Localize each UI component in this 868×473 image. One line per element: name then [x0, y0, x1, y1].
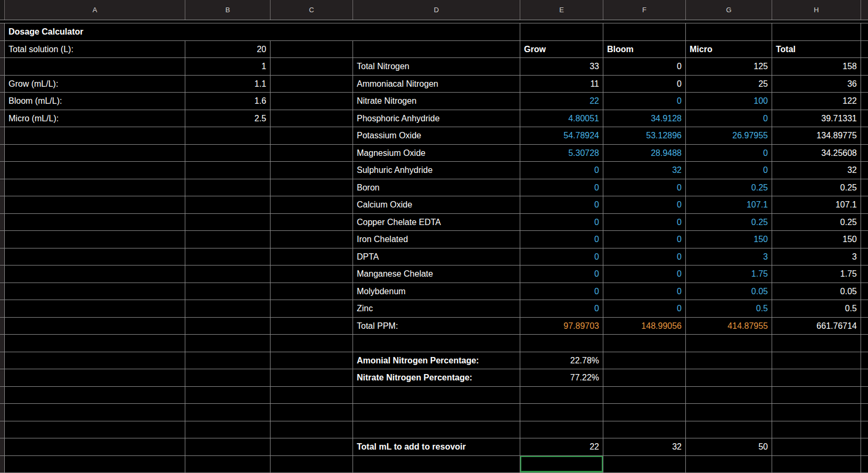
cell-B4[interactable]: 1.1: [185, 76, 271, 93]
cell-D24[interactable]: [353, 421, 520, 438]
cell-A3[interactable]: [5, 58, 185, 75]
row-header-4[interactable]: [0, 76, 5, 93]
cell-E1[interactable]: [520, 23, 603, 40]
cell-G25[interactable]: 50: [686, 438, 772, 455]
cell-A2[interactable]: Total solution (L):: [5, 41, 185, 58]
cell-E2[interactable]: Grow: [520, 41, 603, 58]
cell-F20[interactable]: [603, 352, 686, 369]
cell-H18[interactable]: 661.76714: [772, 318, 861, 335]
cell-I25[interactable]: [861, 438, 868, 455]
cell-E13[interactable]: 0: [520, 231, 603, 248]
cell-C14[interactable]: [271, 248, 353, 265]
cell-A18[interactable]: [5, 318, 185, 335]
column-header-h[interactable]: H: [772, 0, 861, 20]
cell-D26[interactable]: [353, 456, 520, 473]
cell-I16[interactable]: [861, 283, 868, 300]
row-header-2[interactable]: [0, 41, 5, 58]
cell-E20[interactable]: 22.78%: [520, 352, 603, 369]
cell-E8[interactable]: 5.30728: [520, 145, 603, 162]
cell-H25[interactable]: [772, 438, 861, 455]
cell-I7[interactable]: [861, 127, 868, 144]
cell-B21[interactable]: [185, 369, 271, 386]
cell-A9[interactable]: [5, 162, 185, 179]
cell-I19[interactable]: [861, 335, 868, 352]
cell-B10[interactable]: [185, 179, 271, 196]
cell-F8[interactable]: 28.9488: [603, 145, 686, 162]
cell-A26[interactable]: [5, 456, 185, 473]
cell-B22[interactable]: [185, 387, 271, 404]
row-header-26[interactable]: [0, 456, 5, 473]
cell-I2[interactable]: [861, 41, 868, 58]
cell-F25[interactable]: 32: [603, 438, 686, 455]
cell-F19[interactable]: [603, 335, 686, 352]
cell-I13[interactable]: [861, 231, 868, 248]
cell-F13[interactable]: 0: [603, 231, 686, 248]
selected-cell[interactable]: [520, 456, 603, 473]
cell-D2[interactable]: [353, 41, 520, 58]
cell-A12[interactable]: [5, 214, 185, 231]
cell-D5[interactable]: Nitrate Nitrogen: [353, 93, 520, 110]
cell-I10[interactable]: [861, 179, 868, 196]
cell-G15[interactable]: 1.75: [686, 265, 772, 283]
cell-I24[interactable]: [861, 421, 868, 438]
cell-C21[interactable]: [271, 369, 353, 386]
cell-E11[interactable]: 0: [520, 196, 603, 213]
cell-C10[interactable]: [271, 179, 353, 196]
row-header-9[interactable]: [0, 162, 5, 179]
cell-B25[interactable]: [185, 438, 271, 455]
cell-I4[interactable]: [861, 76, 868, 93]
cell-F23[interactable]: [603, 404, 686, 421]
cell-H7[interactable]: 134.89775: [772, 127, 861, 144]
cell-B7[interactable]: [185, 127, 271, 144]
cell-G2[interactable]: Micro: [686, 41, 772, 58]
cell-G5[interactable]: 100: [686, 93, 772, 110]
cell-B14[interactable]: [185, 248, 271, 265]
cell-E23[interactable]: [520, 404, 603, 421]
row-header-15[interactable]: [0, 265, 5, 283]
cell-H3[interactable]: 158: [772, 58, 861, 75]
cell-C18[interactable]: [271, 318, 353, 335]
cell-G18[interactable]: 414.87955: [686, 318, 772, 335]
cell-I3[interactable]: [861, 58, 868, 75]
cell-F22[interactable]: [603, 387, 686, 404]
cell-C15[interactable]: [271, 265, 353, 283]
cell-C25[interactable]: [271, 438, 353, 455]
cell-C19[interactable]: [271, 335, 353, 352]
cell-H11[interactable]: 107.1: [772, 196, 861, 213]
cell-G9[interactable]: 0: [686, 162, 772, 179]
row-header-18[interactable]: [0, 318, 5, 335]
row-header-16[interactable]: [0, 283, 5, 300]
cell-E5[interactable]: 22: [520, 93, 603, 110]
cell-D13[interactable]: Iron Chelated: [353, 231, 520, 248]
cell-G4[interactable]: 25: [686, 76, 772, 93]
column-header-b[interactable]: B: [185, 0, 271, 20]
row-header-19[interactable]: [0, 335, 5, 352]
cell-D11[interactable]: Calcium Oxide: [353, 196, 520, 213]
cell-B16[interactable]: [185, 283, 271, 300]
cell-H24[interactable]: [772, 421, 861, 438]
cell-B24[interactable]: [185, 421, 271, 438]
cell-D19[interactable]: [353, 335, 520, 352]
cell-B15[interactable]: [185, 265, 271, 283]
cell-H22[interactable]: [772, 387, 861, 404]
cell-H8[interactable]: 34.25608: [772, 145, 861, 162]
cell-D8[interactable]: Magnesium Oxide: [353, 145, 520, 162]
cell-I17[interactable]: [861, 300, 868, 317]
cell-G11[interactable]: 107.1: [686, 196, 772, 213]
cell-A14[interactable]: [5, 248, 185, 265]
cell-D17[interactable]: Zinc: [353, 300, 520, 317]
cell-E7[interactable]: 54.78924: [520, 127, 603, 144]
cell-G16[interactable]: 0.05: [686, 283, 772, 300]
cell-F21[interactable]: [603, 369, 686, 386]
row-header-20[interactable]: [0, 352, 5, 369]
cell-G24[interactable]: [686, 421, 772, 438]
cell-A8[interactable]: [5, 145, 185, 162]
cell-C22[interactable]: [271, 387, 353, 404]
cell-C4[interactable]: [271, 76, 353, 93]
column-header-g[interactable]: G: [686, 0, 772, 20]
cell-G26[interactable]: [686, 456, 772, 473]
cell-G19[interactable]: [686, 335, 772, 352]
cell-E21[interactable]: 77.22%: [520, 369, 603, 386]
cell-F2[interactable]: Bloom: [603, 41, 686, 58]
cell-I5[interactable]: [861, 93, 868, 110]
